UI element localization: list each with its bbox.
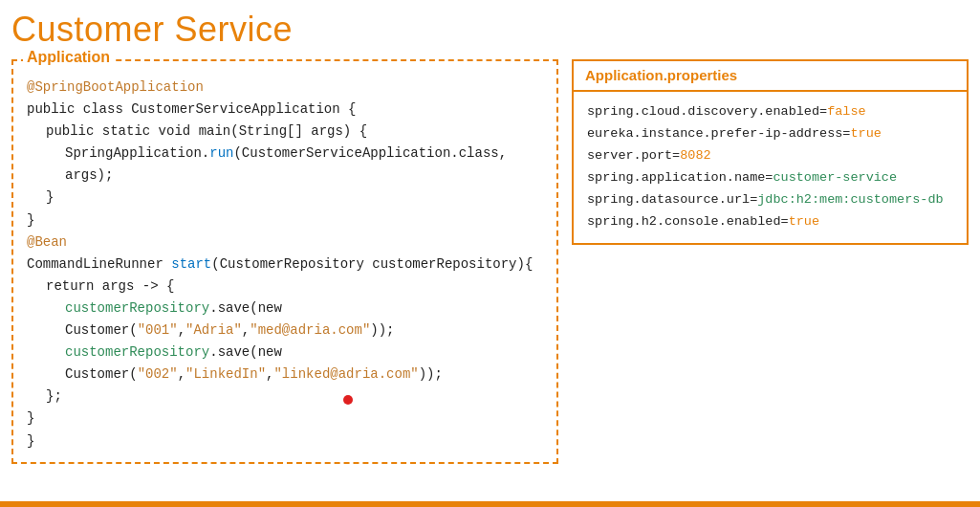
code-part: @Bean (27, 234, 67, 250)
code-part: SpringApplication. (65, 145, 209, 161)
code-part: (CustomerRepository customerRepository){ (211, 256, 533, 272)
bottom-bar (0, 501, 980, 507)
code-part: , (242, 322, 250, 338)
code-part: "med@adria.com" (250, 322, 370, 338)
code-part: )); (419, 366, 443, 382)
code-part: customerRepository (65, 300, 209, 316)
code-part: CommandLineRunner (27, 256, 171, 272)
props-line: spring.h2.console.enabled=true (587, 211, 953, 233)
code-part: public class CustomerServiceApplication … (27, 101, 356, 117)
page-title: Customer Service (11, 10, 969, 50)
code-part: @SpringBootApplication (27, 79, 204, 95)
code-part: )); (370, 322, 394, 338)
props-line: spring.application.name=customer-service (587, 167, 953, 189)
props-line: server.port=8082 (587, 145, 953, 167)
props-content: spring.cloud.discovery.enabled=falseeure… (574, 92, 967, 243)
code-part: , (178, 322, 185, 338)
page-container: Customer Service Application @SpringBoot… (0, 0, 980, 507)
code-part: } (46, 189, 54, 205)
code-part: } (27, 212, 34, 228)
code-part: "LinkedIn" (185, 366, 266, 382)
code-part: "linked@adria.com" (273, 366, 418, 382)
code-part: start (171, 256, 211, 272)
code-part: , (178, 366, 185, 382)
props-line: spring.datasource.url=jdbc:h2:mem:custom… (587, 189, 953, 211)
application-label: Application (23, 49, 114, 66)
code-part: run (209, 145, 233, 161)
code-part: .save( (209, 344, 257, 360)
code-part: }; (46, 388, 62, 404)
code-part: "002" (138, 366, 178, 382)
code-part: return args -> { (46, 278, 174, 294)
props-line: spring.cloud.discovery.enabled=false (587, 101, 953, 123)
props-title-bar: Application.properties (574, 61, 967, 92)
props-line: eureka.instance.prefer-ip-address=true (587, 123, 953, 145)
main-layout: Application @SpringBootApplicationpublic… (11, 59, 969, 464)
code-part: "001" (138, 322, 178, 338)
code-part: customerRepository (65, 344, 209, 360)
props-box: Application.properties spring.cloud.disc… (572, 59, 969, 245)
code-part: } (27, 433, 34, 449)
code-part: "Adria" (185, 322, 242, 338)
code-part: .save( (209, 300, 257, 316)
application-box: Application @SpringBootApplicationpublic… (11, 59, 558, 464)
code-block: @SpringBootApplicationpublic class Custo… (27, 77, 543, 452)
props-title: Application.properties (585, 67, 737, 83)
code-part: } (27, 410, 34, 426)
code-part: public static void main(String[] args) { (46, 123, 367, 139)
red-dot (343, 395, 353, 405)
